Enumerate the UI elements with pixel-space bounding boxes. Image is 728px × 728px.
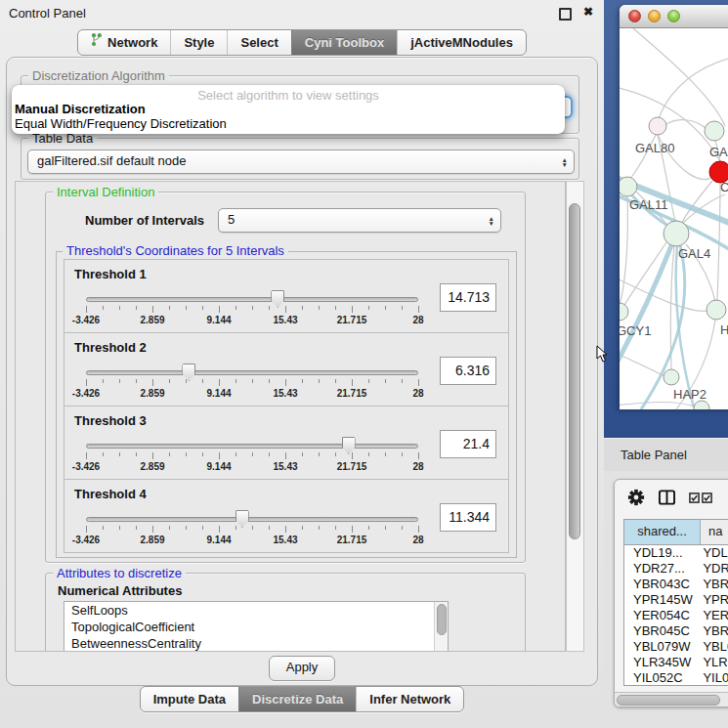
network-node[interactable] xyxy=(620,303,628,321)
tab-select[interactable]: Select xyxy=(227,30,290,55)
tick-mark xyxy=(136,452,137,456)
tick-mark xyxy=(219,452,220,459)
dropdown-placeholder: Select algorithm to view settings xyxy=(12,88,565,103)
column-header-shared-name[interactable]: shared... xyxy=(624,520,701,544)
tab-cyni-toolbox[interactable]: Cyni Toolbox xyxy=(291,30,397,55)
tab-jactivemnodules[interactable]: jActiveMNodules xyxy=(397,30,526,55)
tick-label: 2.859 xyxy=(140,388,164,399)
node-label-gal80: GAL80 xyxy=(635,141,674,155)
scrollbar-thumb[interactable] xyxy=(437,604,447,635)
tick-mark xyxy=(302,526,303,530)
slider-track xyxy=(86,297,418,302)
network-node[interactable] xyxy=(707,300,726,320)
tick-mark xyxy=(418,379,419,386)
table-row[interactable]: YBR045CYBR0 xyxy=(624,623,728,639)
vertical-scrollbar[interactable] xyxy=(566,181,584,652)
table-row[interactable]: YDR27...YDR2 xyxy=(624,561,728,577)
tick-label: 9.144 xyxy=(206,315,231,325)
checkbox-icon[interactable] xyxy=(702,492,712,503)
table-row[interactable]: YIL052CYIL0 xyxy=(624,670,728,685)
node-label-h: H xyxy=(720,322,728,337)
slider-ticks xyxy=(86,526,418,534)
apply-button[interactable]: Apply xyxy=(269,656,335,681)
slider-track xyxy=(86,370,418,375)
network-node[interactable] xyxy=(649,117,666,135)
tick-mark xyxy=(402,379,403,383)
slider-tick-labels: -3.4262.8599.14415.4321.71528 xyxy=(86,535,418,546)
table-data-group: Table Data galFiltered.sif default node … xyxy=(21,138,579,180)
cell-name: YDL1 xyxy=(695,545,728,561)
tick-label: 21.715 xyxy=(337,388,367,399)
list-scrollbar[interactable] xyxy=(434,602,448,652)
threshold-value-field[interactable]: 21.4 xyxy=(440,430,496,458)
table-row[interactable]: YDL19...YDL1 xyxy=(624,545,728,561)
zoom-traffic-light-icon[interactable] xyxy=(667,10,680,22)
tick-mark xyxy=(86,526,87,533)
threshold-slider[interactable]: -3.4262.8599.14415.4321.71528 xyxy=(86,293,418,326)
algorithm-dropdown-popup: Select algorithm to view settings Manual… xyxy=(12,85,565,134)
tick-mark xyxy=(119,452,120,456)
network-graph: GAL80GACGAL11GAL4GCY1HHAP2 xyxy=(620,28,728,409)
close-traffic-light-icon[interactable] xyxy=(628,10,641,22)
interval-definition-group: Interval Definition Number of Intervals … xyxy=(45,192,526,563)
tick-mark xyxy=(385,452,386,456)
cell-shared-name: YDL19... xyxy=(624,545,695,561)
scrollbar-thumb[interactable] xyxy=(617,695,720,706)
tab-label: Cyni Toolbox xyxy=(305,30,384,55)
scrollbar-thumb[interactable] xyxy=(569,203,580,539)
slider-tick-labels: -3.4262.8599.14415.4321.71528 xyxy=(86,388,418,400)
tick-mark xyxy=(418,526,419,533)
tick-mark xyxy=(103,526,104,530)
tab-style[interactable]: Style xyxy=(170,30,227,55)
threshold-value-field[interactable]: 11.344 xyxy=(440,503,496,532)
tick-mark xyxy=(302,452,303,456)
network-node[interactable] xyxy=(705,121,724,141)
list-item[interactable]: SelfLoops xyxy=(64,602,448,619)
tab-infer-network[interactable]: Infer Network xyxy=(356,687,463,711)
tick-mark xyxy=(285,526,286,533)
close-icon[interactable]: ✖ xyxy=(583,5,593,19)
threshold-slider[interactable]: -3.4262.8599.14415.4321.71528 xyxy=(86,513,418,546)
number-of-intervals-combobox[interactable]: 5 ▲▼ xyxy=(218,208,501,233)
table-data-combobox[interactable]: galFiltered.sif default node ▲▼ xyxy=(27,150,575,174)
threshold-slider[interactable]: -3.4262.8599.14415.4321.71528 xyxy=(86,366,418,400)
network-canvas[interactable]: GAL80GACGAL11GAL4GCY1HHAP2 xyxy=(620,28,728,409)
float-window-icon[interactable] xyxy=(559,8,572,21)
tab-impute-data[interactable]: Impute Data xyxy=(141,687,238,711)
tick-mark xyxy=(285,452,286,459)
horizontal-scrollbar[interactable] xyxy=(615,692,728,707)
threshold-label: Threshold 4 xyxy=(74,487,147,501)
numerical-attributes-list[interactable]: SelfLoopsTopologicalCoefficientBetweenne… xyxy=(64,601,449,652)
threshold-card: Threshold 4-3.4262.8599.14415.4321.71528… xyxy=(64,479,509,553)
column-header-name[interactable]: na xyxy=(701,520,728,544)
split-columns-icon[interactable] xyxy=(658,489,676,506)
network-node[interactable] xyxy=(694,401,709,409)
table-row[interactable]: YLR345WYLR3 xyxy=(624,655,728,670)
tick-mark xyxy=(252,526,253,530)
tick-label: 28 xyxy=(412,315,423,325)
network-node[interactable] xyxy=(664,369,679,385)
network-node[interactable] xyxy=(664,221,689,246)
list-item[interactable]: TopologicalCoefficient xyxy=(64,619,448,635)
cell-name: YER0 xyxy=(695,608,728,623)
threshold-value-field[interactable]: 6.316 xyxy=(440,357,496,385)
tick-mark xyxy=(368,526,369,530)
tick-mark xyxy=(169,379,170,383)
threshold-slider[interactable]: -3.4262.8599.14415.4321.71528 xyxy=(86,440,418,473)
table-row[interactable]: YBR043CYBR0 xyxy=(624,577,728,592)
dropdown-option-manual-discretization[interactable]: Manual Discretization xyxy=(15,102,146,116)
threshold-value-field[interactable]: 14.713 xyxy=(440,283,496,312)
list-item[interactable]: BetweennessCentrality xyxy=(64,635,448,652)
tab-discretize-data[interactable]: Discretize Data xyxy=(238,687,356,711)
table-row[interactable]: YER054CYER0 xyxy=(624,608,728,623)
network-node[interactable] xyxy=(620,177,637,196)
checkbox-icon[interactable] xyxy=(689,492,700,503)
table-row[interactable]: YPR145WYPR1 xyxy=(624,592,728,608)
threshold-card: Threshold 3-3.4262.8599.14415.4321.71528… xyxy=(64,406,509,480)
table-row[interactable]: YBL079WYBL0 xyxy=(624,639,728,655)
tab-network[interactable]: Network xyxy=(78,30,170,55)
minimize-traffic-light-icon[interactable] xyxy=(648,10,661,22)
combobox-value: 5 xyxy=(228,212,235,227)
settings-gear-icon[interactable] xyxy=(627,489,645,506)
dropdown-option-equal-width-frequency[interactable]: Equal Width/Frequency Discretization xyxy=(15,116,227,131)
